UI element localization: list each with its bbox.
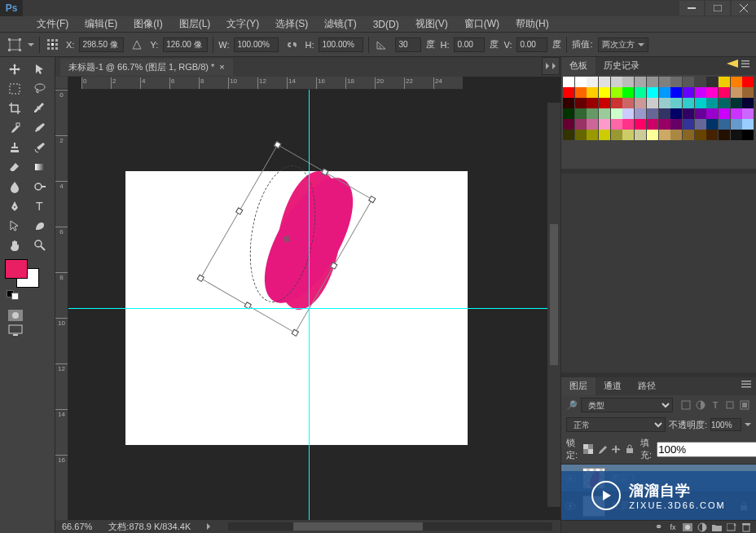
menu-image[interactable]: 图像(I) bbox=[125, 15, 170, 33]
swatch-cell[interactable] bbox=[742, 108, 754, 119]
trash-icon[interactable] bbox=[741, 522, 751, 532]
swatch-cell[interactable] bbox=[695, 108, 706, 119]
swatch-cell[interactable] bbox=[683, 98, 694, 108]
transform-tool-icon[interactable] bbox=[7, 37, 23, 52]
path-select-tool-icon[interactable] bbox=[3, 217, 26, 235]
gradient-tool-icon[interactable] bbox=[29, 158, 51, 176]
swatch-cell[interactable] bbox=[611, 77, 622, 87]
quick-mask-button[interactable] bbox=[3, 310, 51, 321]
menu-view[interactable]: 视图(V) bbox=[407, 15, 456, 33]
lasso-tool-icon[interactable] bbox=[29, 80, 51, 98]
swatch-cell[interactable] bbox=[647, 77, 658, 87]
screen-mode-button[interactable] bbox=[3, 324, 51, 336]
swatch-cell[interactable] bbox=[635, 77, 646, 87]
filter-shape-icon[interactable] bbox=[723, 399, 736, 412]
swatch-cell[interactable] bbox=[670, 119, 682, 130]
swatch-cell[interactable] bbox=[635, 108, 646, 119]
swatch-cell[interactable] bbox=[731, 98, 742, 108]
swatch-cell[interactable] bbox=[622, 87, 634, 98]
search-icon[interactable]: 🔎 bbox=[566, 400, 578, 411]
swatch-cell[interactable] bbox=[670, 130, 682, 140]
swatch-cell[interactable] bbox=[647, 130, 658, 140]
blur-tool-icon[interactable] bbox=[3, 178, 26, 196]
swatch-cell[interactable] bbox=[683, 119, 694, 130]
swatch-cell[interactable] bbox=[659, 119, 670, 130]
document-tab[interactable]: 未标题-1 @ 66.7% (图层 1, RGB/8) * × bbox=[60, 59, 233, 76]
swatch-cell[interactable] bbox=[706, 108, 718, 119]
swatch-cell[interactable] bbox=[706, 98, 718, 108]
close-tab-icon[interactable]: × bbox=[219, 62, 224, 72]
opacity-input[interactable] bbox=[710, 418, 741, 431]
swatch-cell[interactable] bbox=[706, 77, 718, 87]
swatch-cell[interactable] bbox=[719, 77, 730, 87]
transform-handle[interactable] bbox=[274, 141, 282, 149]
link-layers-icon[interactable]: ⚭ bbox=[653, 522, 663, 532]
shape-tool-icon[interactable] bbox=[29, 217, 51, 235]
filter-adjust-icon[interactable] bbox=[694, 399, 707, 412]
swatch-cell[interactable] bbox=[587, 119, 598, 130]
channels-panel-tab[interactable]: 通道 bbox=[596, 377, 630, 395]
swatch-cell[interactable] bbox=[695, 98, 706, 108]
swatch-cell[interactable] bbox=[622, 98, 634, 108]
menu-3d[interactable]: 3D(D) bbox=[365, 17, 407, 32]
menu-filter[interactable]: 滤镜(T) bbox=[316, 15, 364, 33]
swatches-panel-tab[interactable]: 色板 bbox=[561, 57, 596, 75]
swatch-cell[interactable] bbox=[695, 77, 706, 87]
minimize-button[interactable] bbox=[679, 1, 704, 15]
swatch-cell[interactable] bbox=[683, 130, 694, 140]
swatch-cell[interactable] bbox=[587, 130, 598, 140]
swatch-cell[interactable] bbox=[659, 98, 670, 108]
swatch-cell[interactable] bbox=[659, 130, 670, 140]
swatch-cell[interactable] bbox=[731, 130, 742, 140]
crop-tool-icon[interactable] bbox=[3, 99, 26, 117]
group-icon[interactable] bbox=[712, 522, 722, 532]
swatch-cell[interactable] bbox=[719, 119, 730, 130]
swatch-cell[interactable] bbox=[670, 87, 682, 98]
healing-tool-icon[interactable] bbox=[3, 119, 26, 137]
layer-filter-kind[interactable]: 类型 bbox=[581, 398, 673, 412]
swatch-cell[interactable] bbox=[622, 130, 634, 140]
swatch-cell[interactable] bbox=[575, 87, 587, 98]
menu-select[interactable]: 选择(S) bbox=[267, 15, 316, 33]
stamp-tool-icon[interactable] bbox=[3, 139, 26, 156]
fill-input[interactable] bbox=[657, 442, 756, 457]
swatch-cell[interactable] bbox=[575, 119, 587, 130]
swatch-cell[interactable] bbox=[611, 108, 622, 119]
menu-window[interactable]: 窗口(W) bbox=[456, 15, 508, 33]
swatch-cell[interactable] bbox=[647, 119, 658, 130]
swatch-cell[interactable] bbox=[683, 108, 694, 119]
angle-input[interactable] bbox=[395, 37, 421, 52]
swatch-cell[interactable] bbox=[599, 130, 610, 140]
swatch-cell[interactable] bbox=[587, 87, 598, 98]
reference-point-grid-icon[interactable] bbox=[45, 37, 61, 52]
swatch-cell[interactable] bbox=[599, 108, 610, 119]
swatch-cell[interactable] bbox=[647, 98, 658, 108]
swatch-cell[interactable] bbox=[719, 87, 730, 98]
swatch-cell[interactable] bbox=[611, 98, 622, 108]
transform-handle[interactable] bbox=[321, 168, 329, 176]
transform-handle[interactable] bbox=[235, 207, 244, 215]
lock-all-icon[interactable] bbox=[624, 443, 635, 455]
close-button[interactable] bbox=[732, 1, 756, 15]
panel-menu-icon[interactable] bbox=[736, 377, 756, 395]
w-input[interactable] bbox=[234, 37, 279, 52]
fx-icon[interactable]: fx bbox=[668, 522, 678, 532]
skew-v-input[interactable] bbox=[516, 37, 547, 52]
lock-position-icon[interactable] bbox=[610, 443, 622, 455]
adjustment-icon[interactable] bbox=[697, 522, 707, 532]
swatch-cell[interactable] bbox=[611, 87, 622, 98]
swatch-cell[interactable] bbox=[587, 98, 598, 108]
paths-panel-tab[interactable]: 路径 bbox=[630, 377, 664, 395]
swatch-cell[interactable] bbox=[670, 77, 682, 87]
history-panel-tab[interactable]: 历史记录 bbox=[596, 57, 648, 75]
swatch-cell[interactable] bbox=[706, 130, 718, 140]
scrollbar-horizontal[interactable] bbox=[228, 522, 552, 531]
skew-h-input[interactable] bbox=[454, 37, 485, 52]
lock-transparency-icon[interactable] bbox=[582, 443, 594, 455]
marquee-tool-icon[interactable] bbox=[3, 80, 26, 98]
swatch-cell[interactable] bbox=[731, 77, 742, 87]
new-layer-icon[interactable] bbox=[727, 522, 736, 532]
menu-edit[interactable]: 编辑(E) bbox=[77, 15, 125, 33]
swatch-cell[interactable] bbox=[719, 108, 730, 119]
foreground-color[interactable] bbox=[5, 259, 28, 279]
